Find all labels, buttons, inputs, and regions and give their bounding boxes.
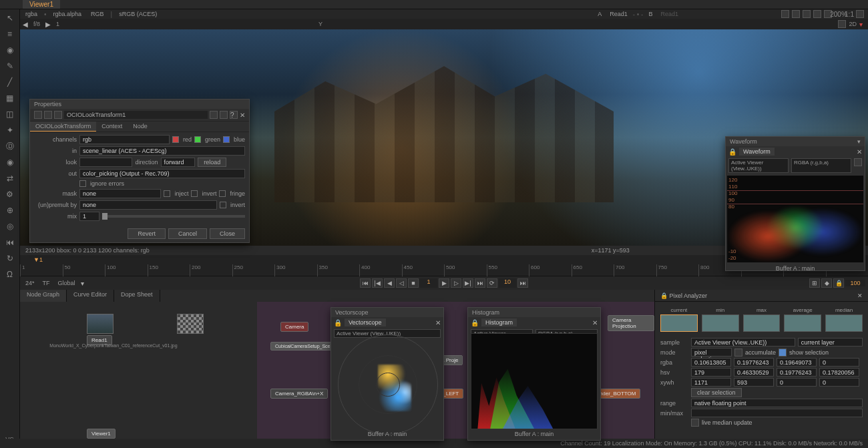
step-forward-keyframe-button[interactable]: ▶| [463,278,473,288]
menu-icon[interactable]: ≡ [4,28,16,40]
grid-icon[interactable]: ▦ [4,92,16,104]
direction-select[interactable]: forward [161,158,196,167]
d-icon[interactable]: Ⓓ [4,140,16,152]
chevron-right-icon[interactable]: ▶ [45,21,51,28]
close-icon[interactable]: ✕ [240,111,245,119]
loop-icon[interactable]: ↻ [4,252,16,264]
inject-checkbox[interactable] [164,190,170,197]
step-back-button[interactable]: ◁ [396,278,407,288]
rgba-b-value[interactable]: 0.19649073 [777,358,817,367]
waveform-channel-select[interactable]: RGBA (r,g,b,a) [791,158,851,173]
gear-icon[interactable]: ⚙ [4,188,16,200]
fstop-value[interactable]: f/8 [33,21,40,27]
tab-node[interactable]: Node [128,122,153,132]
xywh-x-value[interactable]: 1171 [691,378,731,387]
waveform-viewer-select[interactable]: Active Viewer (View..UKE)) [728,158,789,173]
step-back-keyframe-button[interactable]: |◀ [372,278,383,288]
centernode-icon[interactable] [44,111,52,119]
node-camera-rgba[interactable]: Camera_RGBA\n+X [270,389,328,399]
brush-icon[interactable]: ✎ [4,60,16,72]
snap-icon[interactable]: ⊞ [809,278,820,288]
pointer-icon[interactable]: ↖ [4,12,16,24]
node-camera[interactable]: Camera [280,322,308,332]
red-checkbox[interactable] [172,136,179,143]
lock-icon[interactable]: 🔒 [660,292,668,299]
out-colorspace-select[interactable]: color_picking (Output - Rec.709) [79,169,245,178]
histogram-canvas[interactable] [471,333,598,429]
playhead-marker[interactable]: ▼1 [33,256,43,263]
range-select[interactable]: native floating point [691,399,863,407]
node-viewer1[interactable]: Viewer1 [87,429,116,439]
proxy-icon[interactable] [792,10,800,18]
hsv-s-value[interactable]: 0.46330529 [734,368,774,377]
vectorscope-canvas[interactable] [338,334,438,435]
node-thumbnail[interactable] [87,314,114,334]
xywh-h-value[interactable]: 0 [819,378,859,387]
rgba-a-value[interactable]: 0 [819,358,859,367]
eye-icon[interactable]: ◉ [4,156,16,168]
zoom-reset-icon[interactable] [856,10,864,18]
tab-context[interactable]: Context [96,122,128,132]
fringe-checkbox[interactable] [219,190,226,197]
tab-waveform[interactable]: Waveform [739,148,775,156]
revert-button[interactable]: Revert [128,228,166,239]
look-select[interactable] [79,158,132,167]
pause-icon[interactable] [813,10,821,18]
loop-mode-button[interactable]: ⟳ [487,278,497,288]
play-reverse-button[interactable]: ◀ [384,278,395,288]
tab-ociolook[interactable]: OCIOLookTransform [30,122,96,132]
lock-icon[interactable]: 🔒 [334,319,342,326]
b-input-select[interactable]: Read1 [658,11,681,18]
tf-select[interactable]: TF [40,280,53,286]
rgb-mode[interactable]: RGB [88,11,107,17]
omega-icon[interactable]: Ω [4,268,16,280]
rec-icon[interactable]: ◎ [4,220,16,232]
alpha-select[interactable]: rgba.alpha [51,11,85,17]
channels-select[interactable]: rgb [79,135,170,144]
reload-button[interactable]: reload [198,158,226,167]
chevron-down-icon[interactable]: ▾ [81,280,84,287]
live-median-checkbox[interactable] [691,419,699,427]
close-icon[interactable]: ✕ [857,292,863,299]
a-input-select[interactable]: Read1 [607,11,630,18]
collapse-icon[interactable] [34,111,42,119]
node-camproj2[interactable]: Camera Projection [608,315,654,331]
lock-icon[interactable]: 🔒 [728,148,736,156]
dimension-mode[interactable]: 2D [849,21,857,27]
key-icon[interactable]: ◆ [821,278,832,288]
unpremult-select[interactable]: none [79,200,217,210]
target-icon[interactable]: ⊕ [4,204,16,216]
go-end-button[interactable]: ⏭ [475,278,485,288]
view-mode-icon[interactable] [838,20,846,28]
current-frame-input[interactable]: 1 [420,278,437,288]
fps-select[interactable]: 24* [23,280,37,286]
close-icon[interactable]: ✕ [435,319,441,326]
roi-icon[interactable] [803,10,811,18]
tab-node-graph[interactable]: Node Graph [20,290,67,302]
clip-icon[interactable] [781,10,789,18]
swatch-median[interactable]: median [825,307,863,332]
close-icon[interactable]: ▾ [857,138,861,145]
tab-dope-sheet[interactable]: Dope Sheet [114,290,160,302]
tab-histogram[interactable]: Histogram [481,318,517,326]
hsv-h-value[interactable]: 179 [691,368,731,377]
tile-icon[interactable] [210,111,218,119]
zoom-value[interactable]: 200% [835,10,843,18]
link-icon[interactable]: ⇄ [4,172,16,184]
help-icon[interactable]: ? [230,111,238,119]
swatch-max[interactable]: max [743,307,781,332]
go-start-button[interactable]: ⏮ [360,278,371,288]
hsv-v-value[interactable]: 0.19776243 [777,368,817,377]
blue-checkbox[interactable] [223,136,230,143]
node-name-input[interactable]: OCIOLookTransform1 [64,111,208,119]
show-selection-checkbox[interactable] [779,349,787,357]
rewind-icon[interactable]: ⏮ [4,236,16,248]
mix-slider[interactable] [102,215,245,218]
tab-vectorscope[interactable]: Vectorscope [345,318,386,326]
step-forward-button[interactable]: ▷ [451,278,461,288]
invert-checkbox[interactable] [191,190,198,197]
rgba-g-value[interactable]: 0.19776243 [734,358,774,367]
float-icon[interactable] [220,111,228,119]
out-frame-input[interactable]: 100 [845,280,865,286]
xywh-y-value[interactable]: 593 [734,378,774,387]
